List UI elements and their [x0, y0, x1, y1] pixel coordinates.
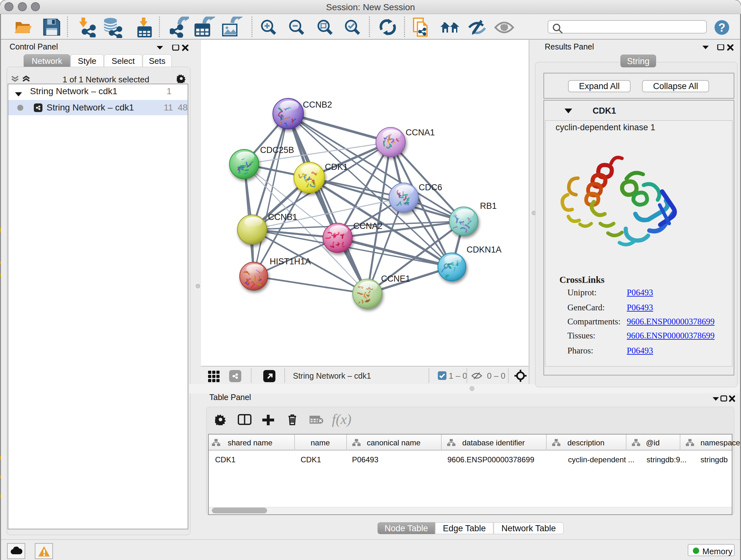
- svg-text:CCNB2: CCNB2: [303, 100, 332, 110]
- svg-text:CCNE1: CCNE1: [381, 274, 410, 284]
- svg-text:CDC25B: CDC25B: [260, 145, 294, 155]
- svg-text:CCNB1: CCNB1: [268, 212, 297, 222]
- svg-text:CCNA2: CCNA2: [353, 221, 383, 231]
- svg-text:CDC6: CDC6: [419, 183, 442, 192]
- svg-text:HIST1H1A: HIST1H1A: [270, 257, 311, 266]
- svg-text:CDK1: CDK1: [325, 162, 348, 172]
- svg-text:CDKN1A: CDKN1A: [467, 245, 502, 254]
- svg-text:RB1: RB1: [480, 201, 497, 211]
- svg-text:CCNA1: CCNA1: [406, 128, 435, 137]
